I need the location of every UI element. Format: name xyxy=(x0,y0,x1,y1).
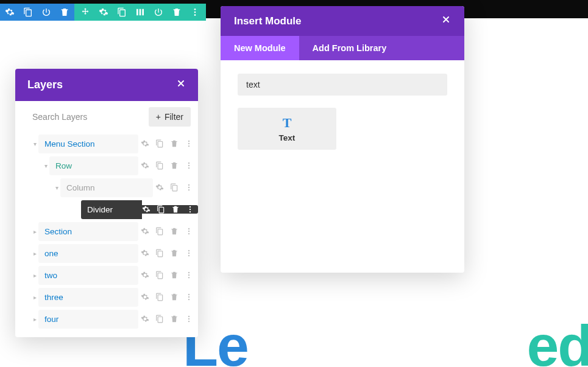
tab-add-from-library[interactable]: Add From Library xyxy=(299,36,400,60)
power-icon[interactable] xyxy=(154,7,163,17)
gear-icon[interactable] xyxy=(141,315,149,323)
more-icon[interactable] xyxy=(186,205,194,214)
duplicate-icon[interactable] xyxy=(117,7,127,17)
search-input[interactable] xyxy=(32,112,144,122)
trash-icon[interactable] xyxy=(171,205,180,214)
gear-icon[interactable] xyxy=(155,183,164,192)
layer-row-actions xyxy=(141,227,198,236)
gear-icon[interactable] xyxy=(141,161,149,170)
trash-icon[interactable] xyxy=(60,7,69,17)
layer-row-actions xyxy=(155,183,198,192)
layer-row: ▸Section xyxy=(15,220,198,242)
close-icon[interactable] xyxy=(176,79,186,91)
gear-icon[interactable] xyxy=(5,7,15,17)
dup-icon[interactable] xyxy=(155,315,164,323)
trash-icon[interactable] xyxy=(170,293,179,301)
insert-panel-title: Insert Module xyxy=(234,15,302,27)
svg-point-7 xyxy=(188,165,190,166)
chevron-right-icon[interactable]: ▸ xyxy=(31,228,38,235)
layer-row: ▸two xyxy=(15,264,198,286)
layer-row: Divider xyxy=(15,198,198,220)
svg-point-14 xyxy=(190,211,191,212)
module-search-input[interactable] xyxy=(238,74,447,96)
trash-icon[interactable] xyxy=(170,161,179,170)
gear-icon[interactable] xyxy=(141,249,149,257)
svg-point-10 xyxy=(188,187,190,188)
chevron-right-icon[interactable]: ▸ xyxy=(31,250,38,257)
layer-label[interactable]: Divider xyxy=(81,200,142,219)
chevron-down-icon[interactable]: ▾ xyxy=(31,141,38,147)
move-icon[interactable] xyxy=(80,7,90,17)
svg-point-4 xyxy=(188,143,190,144)
dup-icon[interactable] xyxy=(155,249,164,257)
more-icon[interactable] xyxy=(185,293,193,301)
dup-icon[interactable] xyxy=(155,293,164,301)
more-icon[interactable] xyxy=(185,139,193,148)
trash-icon[interactable] xyxy=(170,271,179,279)
layer-row-actions xyxy=(141,161,198,170)
insert-module-panel: Insert Module New ModuleAdd From Library… xyxy=(221,6,464,273)
insert-panel-header: Insert Module xyxy=(221,6,464,36)
gear-icon[interactable] xyxy=(141,293,149,301)
more-icon[interactable] xyxy=(185,315,193,323)
duplicate-icon[interactable] xyxy=(23,7,33,17)
dup-icon[interactable] xyxy=(157,205,165,214)
close-icon[interactable] xyxy=(441,15,451,27)
chevron-down-icon[interactable]: ▾ xyxy=(53,184,60,191)
layer-row: ▾Column xyxy=(15,177,198,198)
gear-icon[interactable] xyxy=(141,139,149,148)
svg-point-26 xyxy=(188,299,190,300)
gear-icon[interactable] xyxy=(99,7,108,17)
layer-label[interactable]: Column xyxy=(60,178,153,197)
trash-icon[interactable] xyxy=(172,7,182,17)
gear-icon[interactable] xyxy=(141,227,149,236)
layer-label[interactable]: two xyxy=(38,266,138,285)
tab-new-module[interactable]: New Module xyxy=(221,36,299,60)
dup-icon[interactable] xyxy=(155,161,164,170)
svg-point-21 xyxy=(188,272,190,273)
layer-label[interactable]: one xyxy=(38,244,138,263)
layer-row: ▸four xyxy=(15,308,198,330)
svg-point-11 xyxy=(188,189,190,190)
chevron-down-icon[interactable]: ▾ xyxy=(42,163,49,169)
layer-row-actions xyxy=(141,315,198,323)
trash-icon[interactable] xyxy=(170,249,179,257)
more-icon[interactable] xyxy=(185,183,193,192)
trash-icon[interactable] xyxy=(170,139,179,148)
more-icon[interactable] xyxy=(190,7,200,17)
svg-point-1 xyxy=(194,12,196,13)
dup-icon[interactable] xyxy=(155,139,164,148)
gear-icon[interactable] xyxy=(142,205,151,214)
dup-icon[interactable] xyxy=(170,183,179,192)
module-item-text[interactable]: TText xyxy=(238,108,336,150)
more-icon[interactable] xyxy=(185,161,193,170)
svg-point-17 xyxy=(188,233,190,234)
svg-point-5 xyxy=(188,145,190,147)
gear-icon[interactable] xyxy=(141,271,149,279)
svg-point-28 xyxy=(188,318,190,320)
dup-icon[interactable] xyxy=(155,271,164,279)
power-icon[interactable] xyxy=(41,7,51,17)
layer-label[interactable]: four xyxy=(38,310,138,329)
svg-point-0 xyxy=(194,9,196,10)
layer-label[interactable]: three xyxy=(38,288,138,307)
chevron-right-icon[interactable]: ▸ xyxy=(31,272,38,279)
svg-point-3 xyxy=(188,141,190,142)
filter-button[interactable]: + Filter xyxy=(149,107,191,127)
dup-icon[interactable] xyxy=(155,227,164,236)
layer-row-actions xyxy=(141,271,198,279)
chevron-right-icon[interactable]: ▸ xyxy=(31,294,38,301)
more-icon[interactable] xyxy=(185,249,193,257)
columns-icon[interactable] xyxy=(135,7,145,17)
layer-label[interactable]: Row xyxy=(49,156,138,175)
layer-row-actions xyxy=(141,139,198,148)
more-icon[interactable] xyxy=(185,271,193,279)
layer-label[interactable]: Menu Section xyxy=(38,135,138,153)
chevron-right-icon[interactable]: ▸ xyxy=(31,316,38,323)
layer-label[interactable]: Section xyxy=(38,222,138,241)
trash-icon[interactable] xyxy=(170,315,179,323)
more-icon[interactable] xyxy=(185,227,193,236)
module-grid: TText xyxy=(238,108,447,150)
trash-icon[interactable] xyxy=(170,227,179,236)
layer-row-actions xyxy=(141,249,198,257)
